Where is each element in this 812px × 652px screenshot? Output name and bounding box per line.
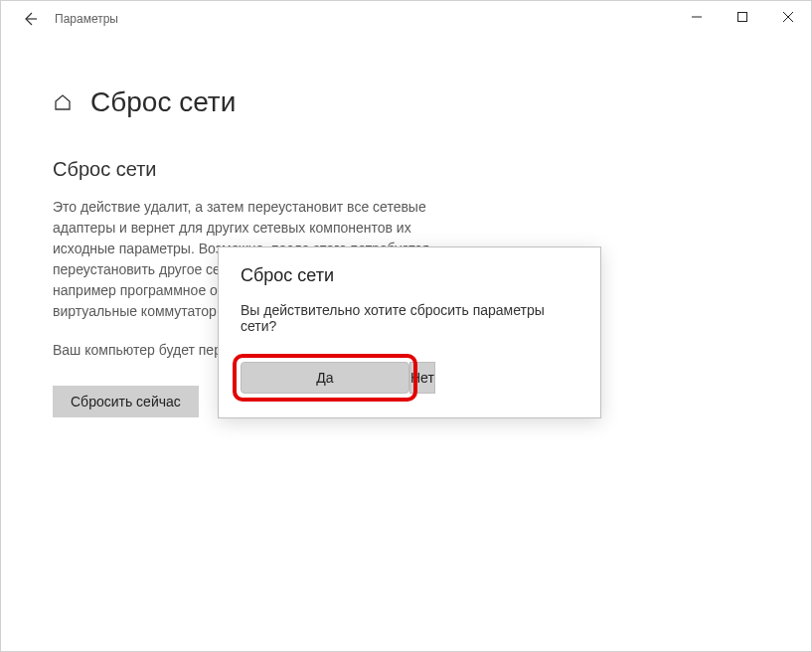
minimize-button[interactable]	[674, 1, 720, 33]
reset-now-button[interactable]: Сбросить сейчас	[53, 386, 199, 417]
window-controls	[674, 1, 811, 33]
window-app-name: Параметры	[55, 12, 118, 26]
no-button-wrap: Нет	[409, 362, 578, 394]
close-icon	[783, 12, 793, 22]
page-header: Сброс сети	[53, 86, 759, 118]
titlebar: Параметры	[1, 1, 811, 37]
home-icon[interactable]	[53, 92, 73, 112]
dialog-title: Сброс сети	[241, 265, 578, 286]
page-title: Сброс сети	[90, 86, 236, 118]
section-title: Сброс сети	[53, 158, 759, 181]
back-button[interactable]	[15, 4, 45, 34]
maximize-button[interactable]	[720, 1, 765, 33]
yes-button[interactable]: Да	[241, 362, 409, 394]
close-button[interactable]	[765, 1, 811, 33]
svg-rect-1	[738, 13, 747, 22]
dialog-button-row: Да Нет	[241, 362, 578, 394]
dialog-message: Вы действительно хотите сбросить парамет…	[241, 302, 578, 334]
minimize-icon	[692, 12, 702, 22]
confirmation-dialog: Сброс сети Вы действительно хотите сброс…	[218, 246, 601, 418]
maximize-icon	[737, 12, 747, 22]
arrow-left-icon	[22, 11, 38, 27]
yes-button-highlight: Да	[233, 354, 417, 402]
